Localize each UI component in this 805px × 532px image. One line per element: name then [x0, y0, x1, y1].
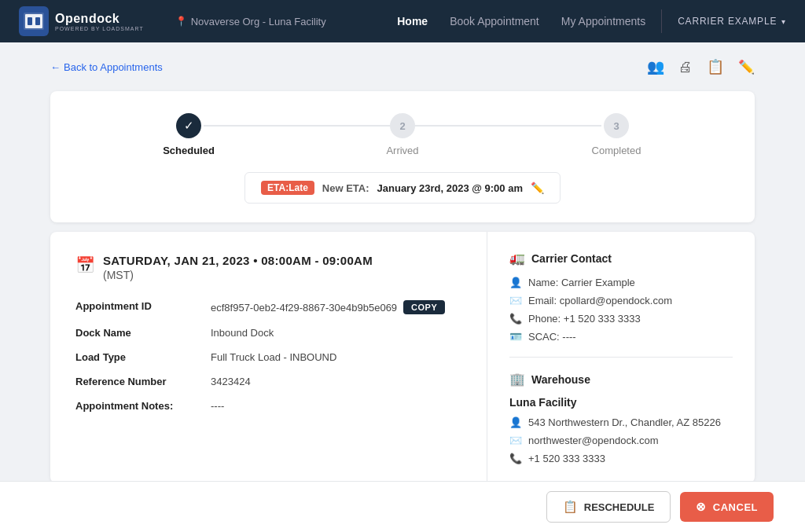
reference-number-label: Reference Number	[75, 376, 201, 387]
warehouse-icon: 🏢	[509, 372, 525, 387]
load-type-value: Full Truck Load - INBOUND	[211, 351, 336, 363]
section-divider	[509, 357, 733, 358]
warehouse-section: 🏢 Warehouse Luna Facility 👤 543 Northwes…	[509, 372, 733, 464]
warehouse-name: Luna Facility	[509, 396, 733, 409]
notes-label: Appointment Notes:	[75, 400, 201, 412]
clipboard-icon[interactable]: 📋	[707, 58, 724, 75]
dock-name-row: Dock Name Inbound Dock	[75, 327, 461, 339]
step-1-circle: ✓	[176, 113, 201, 138]
back-to-appointments-link[interactable]: ← Back to Appointments	[50, 61, 163, 73]
svg-rect-3	[28, 17, 32, 25]
step-2-label: Arrived	[386, 145, 418, 156]
logo-text-group: Opendock POWERED BY LOADSMART	[55, 12, 144, 31]
eta-box: ETA:Late New ETA: January 23rd, 2023 @ 9…	[244, 172, 561, 204]
details-left-panel: 📅 SATURDAY, JAN 21, 2023 • 08:00AM - 09:…	[50, 232, 487, 483]
progress-steps: ✓ Scheduled 2 Arrived 3 Completed	[82, 113, 723, 156]
eta-container: ETA:Late New ETA: January 23rd, 2023 @ 9…	[82, 172, 723, 204]
notes-value: ----	[211, 400, 224, 412]
email-icon: ✉️	[509, 295, 522, 306]
appointment-id-label: Appointment ID	[75, 300, 201, 312]
phone-icon: 📞	[509, 313, 522, 325]
id-card-icon: 🪪	[509, 331, 522, 343]
details-card: 📅 SATURDAY, JAN 21, 2023 • 08:00AM - 09:…	[50, 232, 755, 483]
people-icon[interactable]: 👥	[647, 58, 664, 75]
carrier-email-row: ✉️ Email: cpollard@opendock.com	[509, 295, 733, 306]
carrier-menu[interactable]: CARRIER EXAMPLE ▾	[678, 16, 786, 27]
eta-edit-icon[interactable]: ✏️	[531, 182, 544, 194]
reference-number-row: Reference Number 3423424	[75, 376, 461, 387]
facility-location: 📍 Novaverse Org - Luna Facility	[175, 16, 326, 28]
cancel-icon: ⊗	[696, 500, 707, 514]
reference-number-value: 3423424	[211, 376, 251, 387]
logo[interactable]: Opendock POWERED BY LOADSMART	[19, 6, 144, 36]
back-arrow-icon: ←	[50, 61, 61, 73]
load-type-row: Load Type Full Truck Load - INBOUND	[75, 351, 461, 363]
step-completed: 3 Completed	[509, 113, 723, 156]
notes-row: Appointment Notes: ----	[75, 400, 461, 412]
nav-my-appointments[interactable]: My Appointments	[561, 15, 645, 28]
location-pin-icon: 📍	[175, 16, 187, 27]
svg-rect-4	[35, 17, 40, 25]
reschedule-icon: 📋	[563, 500, 578, 514]
carrier-name-row: 👤 Name: Carrier Example	[509, 277, 733, 288]
app-header: Opendock POWERED BY LOADSMART 📍 Novavers…	[0, 0, 805, 42]
bottom-action-bar: 📋 RESCHEDULE ⊗ CANCEL	[0, 481, 805, 532]
warehouse-phone-icon: 📞	[509, 453, 522, 464]
edit-icon[interactable]: ✏️	[738, 59, 755, 75]
warehouse-address-row: 👤 543 Northwestern Dr., Chandler, AZ 852…	[509, 416, 733, 428]
person-icon: 👤	[509, 277, 522, 288]
address-person-icon: 👤	[509, 416, 522, 428]
carrier-contact-section: 🚛 Carrier Contact 👤 Name: Carrier Exampl…	[509, 251, 733, 343]
header-divider	[661, 9, 662, 33]
truck-icon: 🚛	[509, 251, 525, 266]
copy-button[interactable]: COPY	[403, 300, 445, 314]
calendar-icon: 📅	[75, 255, 95, 274]
step-3-circle: 3	[604, 113, 629, 138]
progress-card: ✓ Scheduled 2 Arrived 3 Completed ETA:La…	[50, 91, 755, 222]
step-arrived: 2 Arrived	[296, 113, 509, 156]
carrier-section-header: 🚛 Carrier Contact	[509, 251, 733, 266]
date-time-text: SATURDAY, JAN 21, 2023 • 08:00AM - 09:00…	[103, 254, 373, 267]
eta-value: January 23rd, 2023 @ 9:00 am	[377, 182, 523, 194]
cancel-button[interactable]: ⊗ CANCEL	[680, 492, 774, 522]
step-scheduled: ✓ Scheduled	[82, 113, 296, 156]
dock-name-label: Dock Name	[75, 327, 201, 339]
warehouse-email-row: ✉️ northwester@opendock.com	[509, 435, 733, 446]
warehouse-section-header: 🏢 Warehouse	[509, 372, 733, 387]
step-1-label: Scheduled	[163, 145, 215, 156]
load-type-label: Load Type	[75, 351, 201, 363]
dock-name-value: Inbound Dock	[211, 327, 274, 339]
eta-prefix: New ETA:	[322, 182, 369, 194]
print-icon[interactable]: 🖨	[678, 59, 693, 75]
nav-book-appointment[interactable]: Book Appointment	[450, 15, 539, 28]
chevron-down-icon: ▾	[781, 17, 786, 26]
step-3-label: Completed	[592, 145, 641, 156]
details-right-panel: 🚛 Carrier Contact 👤 Name: Carrier Exampl…	[487, 232, 755, 483]
nav-home[interactable]: Home	[397, 15, 428, 28]
date-time-row: 📅 SATURDAY, JAN 21, 2023 • 08:00AM - 09:…	[75, 254, 461, 281]
appointment-id-row: Appointment ID ecf8f957-0eb2-4f29-8867-3…	[75, 300, 461, 314]
carrier-phone-row: 📞 Phone: +1 520 333 3333	[509, 313, 733, 325]
step-2-circle: 2	[390, 113, 415, 138]
main-nav: Home Book Appointment My Appointments	[397, 15, 645, 28]
timezone-text: (MST)	[103, 269, 373, 281]
warehouse-email-icon: ✉️	[509, 435, 522, 446]
logo-icon	[19, 6, 49, 36]
warehouse-phone-row: 📞 +1 520 333 3333	[509, 453, 733, 464]
top-actions: 👥 🖨 📋 ✏️	[647, 58, 755, 75]
appointment-id-value: ecf8f957-0eb2-4f29-8867-30e4b9b5e069 COP…	[211, 300, 445, 314]
reschedule-button[interactable]: 📋 RESCHEDULE	[546, 491, 671, 523]
eta-late-badge: ETA:Late	[261, 181, 314, 195]
carrier-scac-row: 🪪 SCAC: ----	[509, 331, 733, 343]
